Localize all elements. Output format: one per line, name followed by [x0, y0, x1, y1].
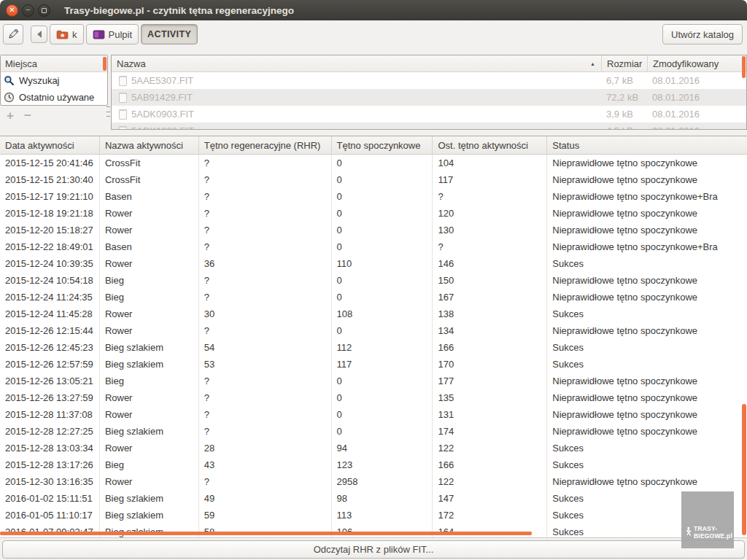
sidebar-item-label: Wyszukaj [19, 75, 60, 86]
table-cell: 110 [332, 255, 433, 272]
table-row[interactable]: 2016-01-07 09:02:47Bieg szlakiem58106164… [0, 524, 747, 537]
table-cell: 2015-12-28 11:37:08 [0, 406, 100, 423]
table-cell: 122 [433, 440, 547, 456]
table-cell: 2015-12-30 13:16:35 [0, 473, 100, 490]
table-row[interactable]: 2015-12-20 15:18:27Rower?0130Nieprawidło… [0, 222, 747, 238]
table-cell: 0 [332, 406, 433, 423]
table-cell: ? [199, 423, 332, 440]
file-row[interactable]: 5ADK1838.FIT4,5 kB08.01.2016 [112, 122, 746, 130]
table-row[interactable]: 2015-12-15 20:41:46CrossFit?0104Nieprawi… [0, 155, 747, 171]
table-row[interactable]: 2015-12-26 13:05:21Bieg?0177Nieprawidłow… [0, 373, 747, 389]
table-cell: 0 [332, 289, 433, 306]
file-row[interactable]: 5ADK0903.FIT3,9 kB08.01.2016 [112, 106, 746, 122]
table-cell: Bieg szlakiem [100, 524, 199, 537]
edit-location-button[interactable] [3, 24, 23, 44]
close-button[interactable]: ✕ [6, 4, 18, 17]
column-header-last-hr[interactable]: Ost. tętno aktywności [433, 136, 547, 154]
file-size: 72,2 kB [601, 89, 647, 106]
remove-place-button[interactable]: − [24, 109, 31, 122]
column-header-rhr[interactable]: Tętno regeneracyjne (RHR) [199, 136, 332, 154]
pane-splitter-handle[interactable] [107, 106, 110, 117]
table-row[interactable]: 2015-12-26 12:57:59Bieg szlakiem53117170… [0, 356, 747, 373]
table-cell: Sukces [547, 255, 747, 272]
horizontal-scrollbar-thumb[interactable] [0, 532, 532, 535]
table-cell: Nieprawidłowe tętno spoczynkowe+Bra [547, 238, 747, 255]
table-cell: Sukces [547, 440, 747, 456]
table-cell: ? [199, 171, 332, 188]
table-cell: Nieprawidłowe tętno spoczynkowe [547, 373, 747, 389]
column-header-modified[interactable]: Zmodyfikowany [647, 55, 746, 71]
table-cell: Bieg [100, 456, 199, 473]
table-cell: Bieg szlakiem [100, 339, 199, 356]
table-cell: ? [199, 373, 332, 389]
file-row[interactable]: 5AB91429.FIT72,2 kB08.01.2016 [112, 89, 746, 106]
breadcrumb-activity-current[interactable]: ACTIVITY [141, 24, 198, 44]
table-cell: 166 [433, 456, 547, 473]
back-button[interactable] [31, 26, 47, 43]
file-size: 3,9 kB [601, 106, 647, 122]
table-row[interactable]: 2015-12-30 13:16:35Rower?2958122Nieprawi… [0, 473, 747, 490]
sidebar-item-recent[interactable]: Ostatnio używane [1, 89, 107, 106]
column-header-date[interactable]: Data aktywności [0, 136, 100, 154]
create-folder-button[interactable]: Utwórz katalog [662, 24, 743, 44]
table-row[interactable]: 2015-12-24 11:45:28Rower30108138Sukces [0, 306, 747, 322]
table-row[interactable]: 2015-12-24 11:24:35Bieg?0167Nieprawidłow… [0, 289, 747, 306]
places-scrollbar-thumb[interactable] [103, 57, 107, 71]
recent-icon [4, 92, 15, 103]
table-row[interactable]: 2015-12-26 12:15:44Rower?0134Nieprawidło… [0, 322, 747, 339]
table-cell: 150 [433, 272, 547, 289]
minimize-button[interactable]: − [22, 4, 34, 17]
file-name: 5ADK0903.FIT [131, 109, 194, 120]
vertical-scrollbar-thumb[interactable] [742, 404, 746, 535]
table-cell: 2015-12-28 12:27:25 [0, 423, 100, 440]
table-row[interactable]: 2015-12-28 11:37:08Rower?0131Nieprawidło… [0, 406, 747, 423]
file-list-scrollbar-thumb[interactable] [742, 56, 746, 78]
table-row[interactable]: 2015-12-28 12:27:25Bieg szlakiem?0174Nie… [0, 423, 747, 440]
table-cell: Bieg szlakiem [100, 490, 199, 507]
table-cell: 2015-12-26 13:05:21 [0, 373, 100, 389]
table-cell: 135 [433, 389, 547, 406]
table-row[interactable]: 2015-12-24 10:54:18Bieg?0150Nieprawidłow… [0, 272, 747, 289]
sidebar-item-search[interactable]: Wyszukaj [1, 72, 107, 89]
table-row[interactable]: 2015-12-28 13:17:26Bieg43123166Sukces [0, 456, 747, 473]
file-document-icon [119, 93, 127, 103]
table-cell: Sukces [547, 456, 747, 473]
table-row[interactable]: 2015-12-15 21:30:40CrossFit?0117Nieprawi… [0, 171, 747, 188]
table-row[interactable]: 2015-12-22 18:49:01Basen?0?Nieprawidłowe… [0, 238, 747, 255]
file-document-icon [119, 76, 127, 86]
file-name-cell: 5ADK1838.FIT [112, 122, 601, 130]
table-cell: 112 [332, 339, 433, 356]
table-cell: 0 [332, 272, 433, 289]
table-row[interactable]: 2015-12-26 12:45:23Bieg szlakiem54112166… [0, 339, 747, 356]
column-header-resting-hr[interactable]: Tętno spoczynkowe [332, 136, 433, 154]
table-row[interactable]: 2015-12-17 19:21:10Basen?0?Nieprawidłowe… [0, 188, 747, 205]
maximize-button[interactable] [38, 4, 50, 17]
read-rhr-button[interactable]: Odczytaj RHR z plików FIT... [2, 540, 745, 559]
table-row[interactable]: 2015-12-24 10:39:35Rower36110146Sukces [0, 255, 747, 272]
breadcrumb-desktop[interactable]: Pulpit [86, 24, 139, 44]
breadcrumb-home[interactable]: k [50, 24, 84, 44]
table-row[interactable]: 2016-01-02 15:11:51Bieg szlakiem4998147S… [0, 490, 747, 507]
file-row[interactable]: 5AAE5307.FIT6,7 kB08.01.2016 [112, 72, 746, 89]
table-row[interactable]: 2015-12-26 13:27:59Rower?0135Nieprawidło… [0, 389, 747, 406]
table-row[interactable]: 2015-12-18 19:21:18Rower?0120Nieprawidło… [0, 205, 747, 222]
column-header-status[interactable]: Status [547, 136, 747, 154]
column-label: Rozmiar [607, 58, 642, 69]
table-cell: 108 [332, 306, 433, 322]
table-cell: Sukces [547, 306, 747, 322]
table-row[interactable]: 2016-01-05 11:10:17Bieg szlakiem59113172… [0, 507, 747, 524]
table-cell: Bieg [100, 373, 199, 389]
table-cell: CrossFit [100, 155, 199, 171]
table-cell: Rower [100, 406, 199, 423]
column-header-activity-name[interactable]: Nazwa aktywności [100, 136, 199, 154]
column-header-name[interactable]: Nazwa ▲ [112, 55, 601, 71]
column-header-size[interactable]: Rozmiar [601, 55, 647, 71]
activity-table: Data aktywności Nazwa aktywności Tętno r… [0, 136, 747, 537]
table-cell: Nieprawidłowe tętno spoczynkowe [547, 171, 747, 188]
add-place-button[interactable]: + [7, 109, 14, 122]
table-cell: 0 [332, 155, 433, 171]
table-cell: ? [433, 188, 547, 205]
table-cell: 117 [433, 171, 547, 188]
table-row[interactable]: 2015-12-28 13:03:34Rower2894122Sukces [0, 440, 747, 456]
table-cell: 130 [433, 222, 547, 238]
